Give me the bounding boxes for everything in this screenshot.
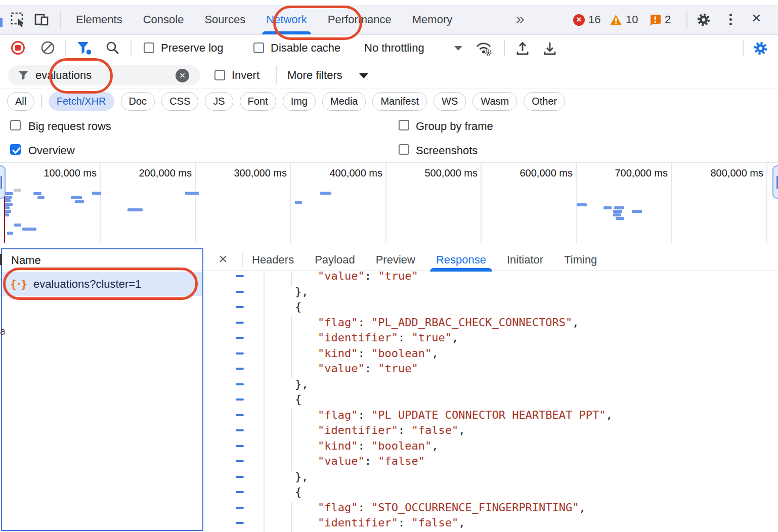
overview-left-handle[interactable] [0,165,6,199]
name-column-header[interactable]: Name [2,249,202,271]
clear-filter-icon[interactable]: × [176,69,189,82]
close-devtools-icon[interactable]: × [752,10,761,26]
filter-icon[interactable] [76,41,92,55]
more-filters-caret-icon[interactable] [359,73,368,78]
invert-checkbox[interactable] [214,70,225,80]
fold-marker-icon[interactable] [236,476,244,478]
record-network-log-icon[interactable] [11,41,25,55]
fold-marker-icon[interactable] [236,306,244,308]
chip-css[interactable]: CSS [161,92,198,111]
overview-right-handle[interactable] [772,165,778,199]
gutter-separator [264,272,265,532]
chip-other[interactable]: Other [524,92,565,111]
chip-ws[interactable]: WS [434,92,466,111]
fold-marker-icon[interactable] [236,398,244,401]
code-line: "value": "true" [318,361,418,377]
request-bar [5,210,11,213]
timeline-grid-line [385,163,386,243]
throttling-caret-icon[interactable] [454,46,462,51]
big-request-rows-checkbox[interactable] [10,120,21,130]
page-fragment: a [0,326,5,338]
tab-sources[interactable]: Sources [204,5,245,34]
fold-marker-icon[interactable] [236,291,244,293]
close-detail-icon[interactable]: × [219,250,228,268]
console-errors-badge[interactable]: × 16 [573,5,600,34]
throttling-select[interactable]: No throttling [364,41,424,55]
overview-checkbox[interactable] [10,144,21,155]
devtools-tab-bar: ElementsConsoleSourcesNetworkPerformance… [0,5,778,35]
screenshots-checkbox[interactable] [399,144,409,155]
preserve-log-checkbox[interactable] [144,42,154,53]
network-settings-gear-icon[interactable] [753,40,768,56]
fold-marker-icon[interactable] [236,322,244,324]
import-har-icon[interactable] [515,40,530,56]
chip-fetch-xhr[interactable]: Fetch/XHR [49,92,114,111]
request-bar [75,200,84,203]
filter-query-text: evaluations [35,69,92,82]
tab-performance[interactable]: Performance [328,5,392,34]
fold-marker-icon[interactable] [236,414,244,416]
divider [686,11,687,29]
settings-gear-icon[interactable] [696,12,711,27]
chip-media[interactable]: Media [322,92,366,111]
fold-marker-icon[interactable] [236,429,244,431]
kebab-menu-icon[interactable] [729,14,732,25]
fold-marker-icon[interactable] [236,368,244,370]
chip-wasm[interactable]: Wasm [472,92,517,111]
devtools-window: ElementsConsoleSourcesNetworkPerformance… [0,0,778,532]
export-har-icon[interactable] [542,40,557,56]
device-toolbar-icon[interactable] [33,12,50,28]
request-bar [577,203,587,206]
tab-elements[interactable]: Elements [76,5,122,34]
chip-doc[interactable]: Doc [121,92,155,111]
issues-badge[interactable]: 2 [649,5,671,34]
detail-tab-response[interactable]: Response [436,248,486,271]
search-icon[interactable] [105,40,120,55]
code-line: "flag": "PL_ADD_RBAC_CHECK_CONNECTORS", [318,315,579,331]
detail-tab-headers[interactable]: Headers [252,248,294,271]
detail-tabs-bar: × HeadersPayloadPreviewResponseInitiator… [204,248,778,271]
tab-network[interactable]: Network [266,5,307,34]
divider [504,40,505,56]
more-filters-button[interactable]: More filters [287,69,342,82]
tab-memory[interactable]: Memory [412,5,452,34]
disable-cache-checkbox[interactable] [253,42,264,53]
chip-js[interactable]: JS [205,92,233,111]
fold-marker-icon[interactable] [236,507,244,509]
timeline-grid-line [671,163,672,243]
error-count: 16 [588,13,600,26]
filter-input[interactable]: evaluations × [8,65,200,85]
clear-network-log-icon[interactable] [40,40,55,55]
network-conditions-icon[interactable] [474,40,494,56]
request-bar [603,206,612,209]
fold-marker-icon[interactable] [236,460,244,462]
fold-marker-icon[interactable] [236,337,244,339]
response-body-viewer[interactable]: "value": "true"},{"flag": "PL_ADD_RBAC_C… [204,272,778,532]
group-by-frame-checkbox[interactable] [399,120,409,130]
detail-tab-strip: HeadersPayloadPreviewResponseInitiatorTi… [252,248,597,271]
chip-manifest[interactable]: Manifest [372,92,427,111]
chip-img[interactable]: Img [283,92,316,111]
code-line: "flag": "STO_OCCURRENCE_FINGERPRINTING", [318,500,586,516]
fold-marker-icon[interactable] [236,383,244,385]
tab-console[interactable]: Console [143,5,184,34]
request-row[interactable]: {·} evaluations?cluster=1 [2,272,202,296]
network-overview-timeline[interactable]: 100,000 ms200,000 ms300,000 ms400,000 ms… [0,162,778,243]
code-line: "value": "true" [318,272,418,284]
request-bar [320,192,331,195]
fold-marker-icon[interactable] [236,445,244,447]
fold-marker-icon[interactable] [236,352,244,354]
detail-tab-timing[interactable]: Timing [564,248,597,271]
fold-marker-icon[interactable] [236,275,244,277]
fold-marker-icon[interactable] [236,491,244,493]
chip-all[interactable]: All [7,92,34,111]
detail-tab-payload[interactable]: Payload [315,248,355,271]
console-warnings-badge[interactable]: 10 [610,5,638,34]
inspect-element-icon[interactable] [10,12,26,28]
chip-font[interactable]: Font [240,92,276,111]
fold-marker-icon[interactable] [236,522,244,524]
detail-tab-preview[interactable]: Preview [376,248,415,271]
timeline-grid-line [100,163,101,243]
detail-tab-initiator[interactable]: Initiator [507,248,543,271]
more-tabs-icon[interactable]: » [516,10,525,27]
